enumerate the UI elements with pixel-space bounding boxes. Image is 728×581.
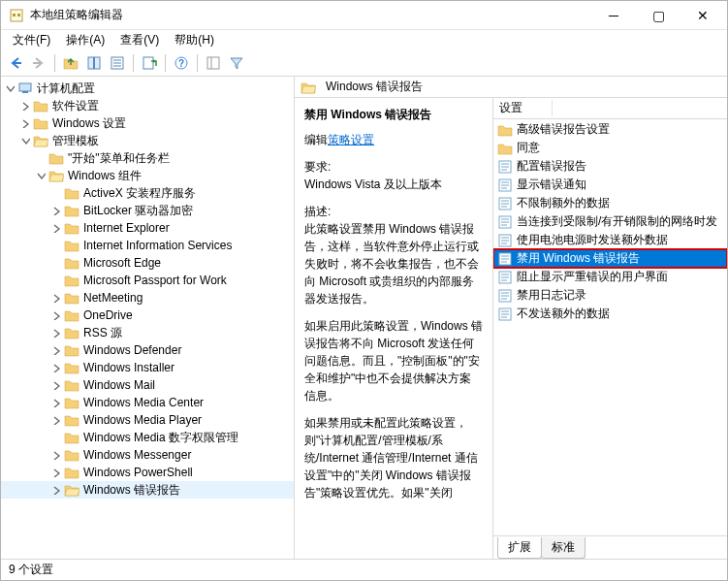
chevron-right-icon[interactable] [49, 204, 63, 217]
column-header-settings[interactable]: 设置 [499, 100, 553, 116]
tree-item-mail[interactable]: Windows Mail [1, 376, 294, 394]
description-text-2: 如果启用此策略设置，Windows 错误报告将不向 Microsoft 发送任何… [304, 317, 483, 404]
close-button[interactable]: ✕ [681, 1, 725, 29]
folder-icon [64, 290, 79, 306]
list-item[interactable]: 高级错误报告设置 [493, 120, 727, 139]
chevron-right-icon[interactable] [49, 291, 63, 305]
spacer [49, 239, 63, 252]
chevron-right-icon[interactable] [49, 396, 63, 409]
export-button[interactable] [139, 52, 160, 74]
properties2-button[interactable] [203, 52, 224, 74]
folder-icon [497, 122, 513, 138]
folder-icon [33, 98, 48, 113]
tree-item-iis[interactable]: Internet Information Services [1, 237, 294, 254]
tree-item-rss[interactable]: RSS 源 [1, 324, 294, 341]
help-button[interactable]: ? [171, 52, 192, 74]
menu-action[interactable]: 操作(A) [58, 30, 112, 50]
folder-icon [64, 220, 79, 236]
folder-icon [64, 360, 79, 375]
setting-icon [497, 214, 513, 230]
chevron-right-icon[interactable] [49, 308, 63, 322]
folder-icon [64, 377, 79, 393]
list-item[interactable]: 不限制额外的数据 [493, 194, 727, 212]
list-item[interactable]: 禁用 Windows 错误报告 [493, 249, 727, 268]
chevron-right-icon[interactable] [18, 99, 32, 113]
list-item[interactable]: 当连接到受限制/有开销限制的网络时发 [493, 212, 727, 231]
app-icon [9, 8, 24, 23]
edit-label: 编辑 [304, 133, 328, 146]
svg-rect-15 [143, 57, 153, 69]
chevron-right-icon[interactable] [18, 116, 32, 130]
policy-settings-link[interactable]: 策略设置 [328, 133, 374, 146]
tree-item-edge[interactable]: Microsoft Edge [1, 254, 294, 272]
statusbar: 9 个设置 [1, 559, 727, 580]
tab-extended[interactable]: 扩展 [497, 537, 542, 559]
tree-label: 软件设置 [52, 98, 99, 114]
list-item[interactable]: 阻止显示严重错误的用户界面 [493, 268, 727, 286]
list-item[interactable]: 同意 [493, 139, 727, 157]
tree-item-powershell[interactable]: Windows PowerShell [1, 464, 294, 481]
list-item[interactable]: 不发送额外的数据 [493, 305, 727, 323]
tree-label: Windows 错误报告 [83, 482, 180, 499]
folder-open-icon [64, 482, 79, 498]
tree-item-netmeeting[interactable]: NetMeeting [1, 289, 294, 307]
tree-item-media_center[interactable]: Windows Media Center [1, 394, 294, 411]
menu-view[interactable]: 查看(V) [112, 30, 167, 50]
chevron-right-icon[interactable] [49, 483, 63, 497]
tree-software-settings[interactable]: 软件设置 [1, 97, 294, 114]
back-button[interactable] [5, 52, 26, 74]
list-item[interactable]: 禁用日志记录 [493, 286, 727, 305]
tree-item-messenger[interactable]: Windows Messenger [1, 446, 294, 464]
tree-item-media_drm[interactable]: Windows Media 数字权限管理 [1, 429, 294, 446]
tree-computer-config[interactable]: 计算机配置 [1, 80, 294, 97]
tree-item-installer[interactable]: Windows Installer [1, 359, 294, 376]
setting-icon [497, 307, 513, 322]
folder-icon [64, 412, 79, 428]
chevron-right-icon[interactable] [49, 221, 63, 235]
menu-file[interactable]: 文件(F) [5, 30, 58, 50]
folder-icon [64, 430, 79, 445]
settings-list[interactable]: 高级错误报告设置同意配置错误报告显示错误通知不限制额外的数据当连接到受限制/有开… [493, 119, 727, 535]
list-item[interactable]: 显示错误通知 [493, 176, 727, 194]
tree-item-bitlocker[interactable]: BitLocker 驱动器加密 [1, 202, 294, 219]
tree-item-defender[interactable]: Windows Defender [1, 341, 294, 359]
forward-button[interactable] [28, 52, 49, 74]
chevron-down-icon[interactable] [3, 81, 16, 95]
chevron-down-icon[interactable] [18, 134, 32, 147]
minimize-button[interactable]: ─ [591, 1, 636, 29]
up-button[interactable] [60, 52, 81, 74]
chevron-right-icon[interactable] [49, 466, 63, 479]
tree-label: "开始"菜单和任务栏 [68, 150, 170, 167]
tree-start-menu[interactable]: "开始"菜单和任务栏 [1, 149, 294, 167]
tab-standard[interactable]: 标准 [541, 537, 586, 559]
tree-admin-templates[interactable]: 管理模板 [1, 132, 294, 149]
list-item[interactable]: 使用电池电源时发送额外数据 [493, 231, 727, 249]
chevron-right-icon[interactable] [49, 343, 63, 357]
chevron-right-icon[interactable] [49, 413, 63, 427]
tree-item-onedrive[interactable]: OneDrive [1, 307, 294, 324]
list-item-label: 高级错误报告设置 [517, 121, 610, 138]
tree-windows-settings[interactable]: Windows 设置 [1, 114, 294, 132]
tree-item-ie[interactable]: Internet Explorer [1, 219, 294, 237]
menu-help[interactable]: 帮助(H) [167, 30, 222, 50]
show-properties-button[interactable] [83, 52, 105, 74]
tree-pane[interactable]: 计算机配置 软件设置 Windows 设置 [1, 77, 295, 559]
filter-button[interactable] [226, 52, 247, 74]
chevron-right-icon[interactable] [49, 448, 63, 462]
tree-item-activex[interactable]: ActiveX 安装程序服务 [1, 184, 294, 202]
maximize-button[interactable]: ▢ [636, 1, 681, 29]
tree-item-passport[interactable]: Microsoft Passport for Work [1, 272, 294, 289]
list-button[interactable] [107, 52, 128, 74]
folder-icon [64, 447, 79, 463]
list-item[interactable]: 配置错误报告 [493, 157, 727, 176]
chevron-right-icon[interactable] [49, 361, 63, 374]
folder-icon [64, 325, 79, 340]
tree-windows-components[interactable]: Windows 组件 [1, 167, 294, 184]
chevron-right-icon[interactable] [49, 378, 63, 392]
tree-item-error_report[interactable]: Windows 错误报告 [1, 481, 294, 499]
chevron-down-icon[interactable] [34, 169, 47, 182]
tree-item-media_player[interactable]: Windows Media Player [1, 411, 294, 429]
column-header[interactable]: 设置 [493, 98, 727, 119]
content-header-title: Windows 错误报告 [326, 79, 423, 95]
chevron-right-icon[interactable] [49, 326, 63, 339]
